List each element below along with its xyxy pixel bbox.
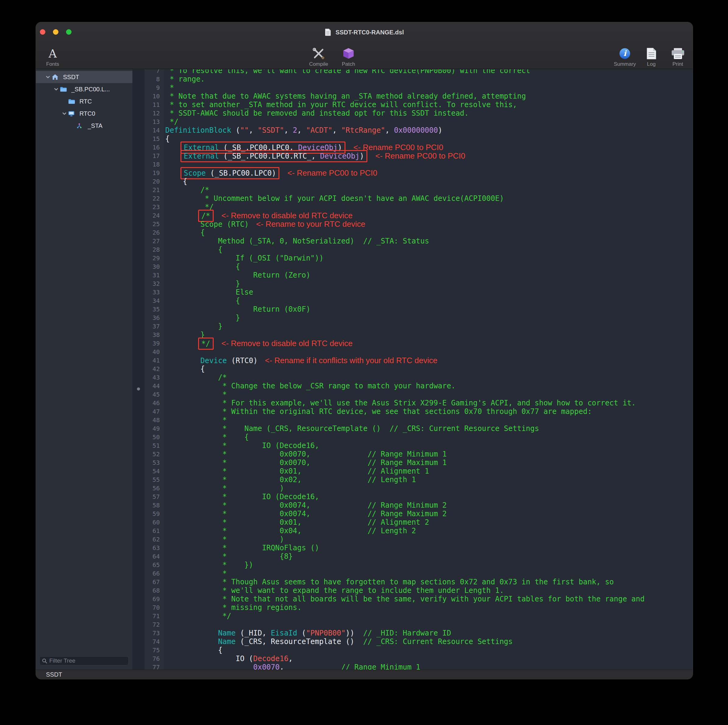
code-line-text: * <box>164 569 227 578</box>
filter-tree-field[interactable] <box>39 656 129 665</box>
code-line-text: * <box>164 83 174 92</box>
desktop: { "window": { "title": "SSDT-RTC0-RANGE.… <box>0 0 728 725</box>
method-icon <box>76 123 84 129</box>
code-line: 68 * we'll want to expand the range to i… <box>132 586 693 595</box>
code-line: 27 Method (_STA, 0, NotSerialized) // _S… <box>132 237 693 245</box>
line-number: 30 <box>132 262 164 271</box>
code-token: * range. <box>165 75 205 83</box>
line-number: 9 <box>132 83 164 92</box>
code-token: } <box>165 314 240 322</box>
window-header: SSDT-RTC0-RANGE.dsl AFonts CompilePatch … <box>36 22 693 69</box>
line-number: 18 <box>132 160 164 168</box>
log-button[interactable]: Log <box>642 47 661 67</box>
line-number: 29 <box>132 254 164 262</box>
code-editor[interactable]: 7 * To resolve this, we'll want to creat… <box>132 69 693 670</box>
code-token: { <box>165 262 240 271</box>
fonts-button[interactable]: AFonts <box>40 47 66 67</box>
chevron-down-icon[interactable] <box>52 87 60 92</box>
tree-item-label: SSDT <box>63 73 79 81</box>
code-line: 69 * Note that not all boards will be th… <box>132 595 693 603</box>
code-token: Scope <box>184 169 206 177</box>
code-line: 63 * IRQNoFlags () <box>132 544 693 552</box>
code-line-text: * }) <box>164 561 253 569</box>
code-line-text: * 0x02, // Length 1 <box>164 476 416 484</box>
line-number: 11 <box>132 101 164 109</box>
sidebar-item-rtc[interactable]: RTC <box>36 95 132 107</box>
code-token: , <box>297 126 306 135</box>
code-token: /* <box>165 186 210 194</box>
red-highlight-box: */ <box>198 338 214 350</box>
sidebar-item-sb-pc00-l[interactable]: _SB.PC00.L... <box>36 83 132 95</box>
code-line-text: * Uncomment below if your ACPI doesn't h… <box>164 194 504 203</box>
code-line: 31 Return (Zero) <box>132 271 693 279</box>
code-line-text: * 0x01, // Alignment 1 <box>164 467 429 476</box>
code-line-text: */ <box>164 612 231 620</box>
red-highlight-box: Scope (_SB.PC00.LPC0) <box>180 167 279 179</box>
code-token: , <box>385 126 394 135</box>
sidebar-item-sta[interactable]: _STA <box>36 119 132 132</box>
code-token: Name <box>218 629 236 637</box>
line-number: 26 <box>132 228 164 237</box>
code-token: * To resolve this, we'll want to create … <box>165 69 530 75</box>
code-token: Name <box>218 637 236 646</box>
line-number: 74 <box>132 637 164 646</box>
code-token: Return (0x0F) <box>165 305 310 314</box>
summary-button[interactable]: iSummary <box>612 47 638 67</box>
code-line-text: } <box>164 279 240 288</box>
line-number: 61 <box>132 526 164 535</box>
code-line: 61 * 0x04, // Length 2 <box>132 526 693 535</box>
line-number: 38 <box>132 330 164 339</box>
code-token: // _HID: Hardware ID <box>363 629 451 637</box>
code-token: */ <box>202 340 210 348</box>
code-line: 30 { <box>132 262 693 271</box>
compile-icon <box>312 47 326 61</box>
chevron-down-icon[interactable] <box>44 75 52 80</box>
sidebar-item-rtc0[interactable]: RTC0 <box>36 107 132 119</box>
code-token: (_CRS, ResourceTemplate () <box>236 637 363 646</box>
line-number: 8 <box>132 75 164 83</box>
code-line-text: * 0x0070, // Range Minimum 1 <box>164 450 447 458</box>
line-number: 15 <box>132 135 164 143</box>
code-line-text: * Though Asus seems to have forgotten to… <box>164 578 614 586</box>
filter-tree-input[interactable] <box>49 658 126 664</box>
compile-button[interactable]: Compile <box>306 47 332 67</box>
code-line: 36 } <box>132 314 693 322</box>
code-token: "SSDT" <box>257 126 284 135</box>
code-token: ( <box>297 629 306 637</box>
line-number: 48 <box>132 416 164 424</box>
code-line: 25 Scope (RTC)<- Rename to your RTC devi… <box>132 220 693 228</box>
code-line: 50 * { <box>132 433 693 441</box>
code-token: * 0x0070, // Range Minimum 1 <box>165 450 447 458</box>
toolbar-button-label: Log <box>647 61 656 67</box>
folder-icon <box>60 86 68 92</box>
code-token: // _CRS: Current Resource Settings <box>363 637 512 646</box>
code-line-text: { <box>164 135 170 143</box>
code-line: 75 { <box>132 646 693 655</box>
chevron-down-icon[interactable] <box>60 111 68 116</box>
red-highlight-box: External (_SB_.PC00.LPC0.RTC_, DeviceObj… <box>180 150 367 162</box>
print-icon <box>671 47 685 61</box>
sidebar-item-ssdt[interactable]: SSDT <box>36 71 132 83</box>
code-line-text: * IRQNoFlags () <box>164 544 319 552</box>
line-number: 67 <box>132 578 164 586</box>
line-number: 76 <box>132 655 164 663</box>
code-line: 65 * }) <box>132 561 693 569</box>
code-line: 21 /* <box>132 186 693 194</box>
code-line: 77 0x0070, // Range Minimum 1 <box>132 663 693 670</box>
code-token: EisaId <box>271 629 297 637</box>
toolbar-right-group: iSummaryLogPrint <box>612 47 691 67</box>
line-number: 60 <box>132 518 164 526</box>
code-token: * IRQNoFlags () <box>165 544 319 552</box>
code-line: 17 External (_SB_.PC00.LPC0.RTC_, Device… <box>132 151 693 160</box>
code-token: { <box>165 365 205 373</box>
code-token: , <box>249 126 258 135</box>
line-number: 33 <box>132 288 164 297</box>
code-line: 8 * range. <box>132 75 693 83</box>
code-line: 60 * 0x01, // Alignment 2 <box>132 518 693 526</box>
patch-button[interactable]: Patch <box>335 47 362 67</box>
code-line-text: /* <box>164 186 210 194</box>
code-token: Scope (RTC) <box>165 220 249 229</box>
print-button[interactable]: Print <box>665 47 691 67</box>
line-number: 37 <box>132 322 164 330</box>
line-number: 43 <box>132 373 164 382</box>
